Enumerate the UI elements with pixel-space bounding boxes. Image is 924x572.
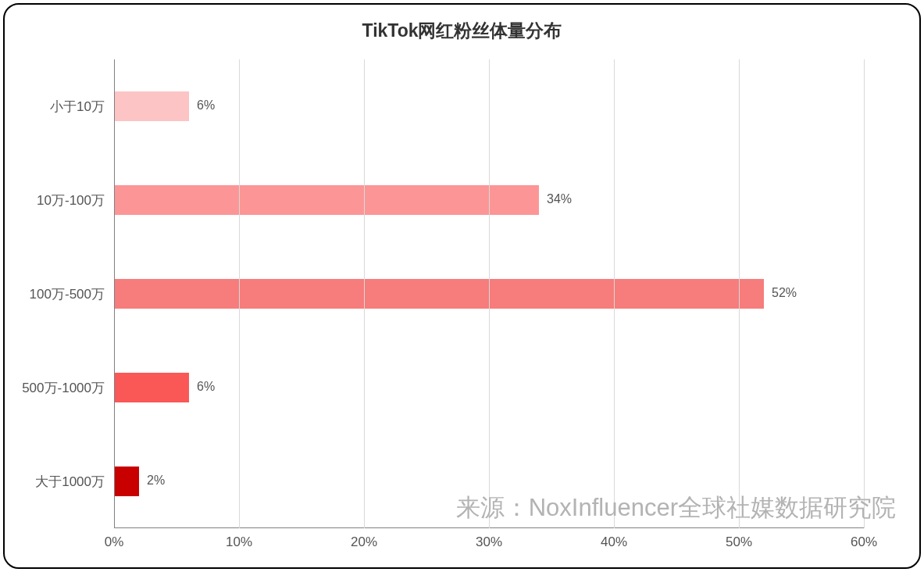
grid-line (864, 59, 865, 528)
x-tick-label: 60% (851, 534, 877, 550)
bar-value-label: 52% (772, 286, 797, 300)
bar-value-label: 6% (197, 380, 215, 394)
x-tick-label: 20% (351, 534, 377, 550)
bar (114, 467, 139, 496)
grid-line (739, 59, 740, 528)
grid-line (614, 59, 615, 528)
grid-line (489, 59, 490, 528)
chart-frame: TikTok网红粉丝体量分布 6%34%52%6%2% 0%10%20%30%4… (3, 3, 921, 569)
x-tick-label: 50% (726, 534, 752, 550)
bar-value-label: 6% (197, 98, 215, 113)
grid-line (239, 59, 240, 528)
bar-value-label: 2% (147, 474, 165, 488)
y-tick-label: 100万-500万 (30, 285, 105, 303)
bar (114, 373, 189, 402)
bar-value-label: 34% (547, 192, 572, 206)
chart-title: TikTok网红粉丝体量分布 (5, 5, 919, 43)
grid-line (364, 59, 365, 528)
bar (114, 185, 539, 215)
y-tick-label: 小于10万 (50, 98, 105, 116)
y-axis-line (114, 59, 115, 528)
bar (114, 91, 189, 121)
y-tick-label: 大于1000万 (35, 473, 105, 491)
x-tick-label: 10% (226, 534, 252, 550)
x-tick-label: 0% (105, 534, 124, 550)
x-tick-label: 30% (476, 534, 502, 550)
x-tick-label: 40% (601, 534, 627, 550)
bar (114, 279, 764, 309)
y-tick-label: 500万-1000万 (22, 379, 105, 397)
plot-area: 6%34%52%6%2% 0%10%20%30%40%50%60%小于10万10… (114, 59, 864, 528)
y-tick-label: 10万-100万 (37, 191, 105, 209)
